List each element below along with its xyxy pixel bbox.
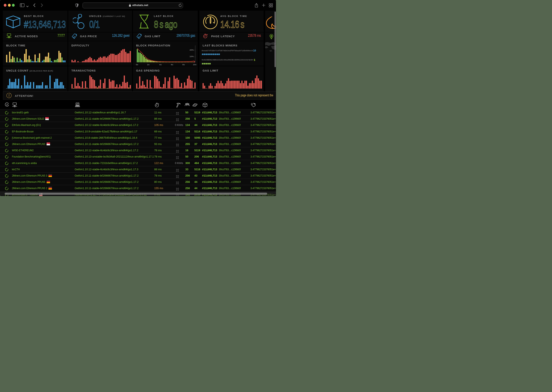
svg-text:8s: 8s (182, 63, 185, 65)
svg-text:10s: 10s (193, 63, 196, 65)
svg-text:2s: 2s (147, 63, 149, 65)
svg-text:0s: 0s (136, 63, 138, 65)
svg-text:4s: 4s (159, 63, 161, 65)
svg-text:10%: 10% (189, 56, 194, 57)
svg-text:20%: 20% (189, 49, 194, 51)
svg-text:6s: 6s (171, 63, 173, 65)
